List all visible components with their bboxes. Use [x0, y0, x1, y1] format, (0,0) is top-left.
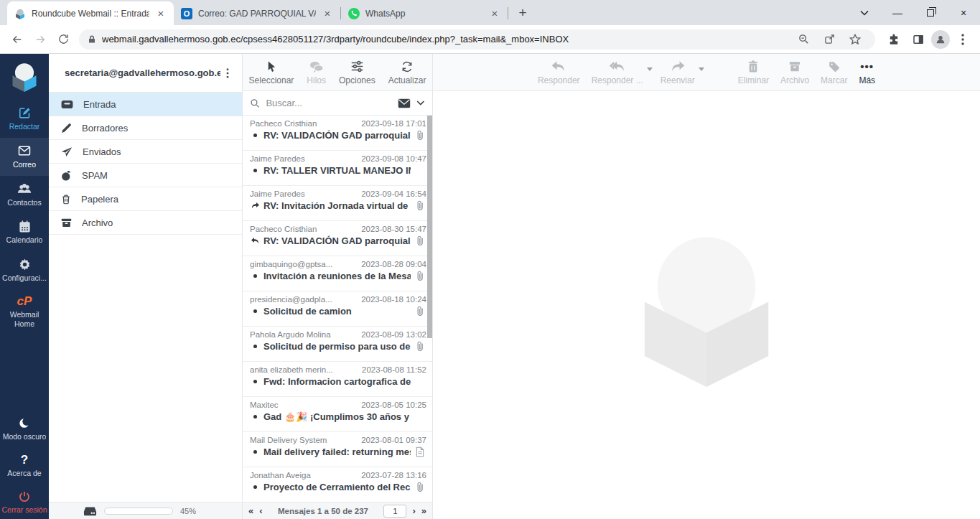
next-page-button[interactable]: ›	[412, 506, 415, 515]
replied-icon	[251, 237, 260, 245]
refresh-button[interactable]: Actualizar	[383, 58, 431, 87]
more-dots-icon: •••	[860, 60, 874, 74]
url-text[interactable]: webmail.gadvallehermoso.gob.ec/cpsess462…	[102, 34, 786, 45]
threads-button[interactable]: Hilos	[302, 58, 331, 87]
minimize-button[interactable]: —	[881, 0, 914, 25]
list-scrollbar[interactable]	[427, 116, 432, 338]
forwarded-icon	[251, 202, 260, 210]
sliders-icon	[350, 60, 364, 74]
mark-button[interactable]: Marcar	[816, 58, 852, 87]
zoom-icon[interactable]	[792, 29, 815, 50]
url-bar[interactable]: webmail.gadvallehermoso.gob.ec/cpsess462…	[79, 29, 875, 50]
tab-roundcube[interactable]: Roundcube Webmail :: Entrada ×	[7, 1, 174, 25]
sidebar-item-dark-mode[interactable]: Modo oscuro	[0, 411, 49, 448]
tab-close-icon[interactable]: ×	[489, 7, 500, 19]
folder-archive[interactable]: Archivo	[49, 211, 242, 235]
folder-drafts[interactable]: Borradores	[49, 116, 242, 140]
sidebar-item-about[interactable]: ? Acerca de	[0, 448, 49, 485]
message-date: 2023-08-18 10:24	[361, 295, 426, 304]
sidebar-item-webmail-home[interactable]: cP Webmail Home	[0, 289, 49, 335]
message-row[interactable]: Jaime Paredes 2023-09-04 16:54 RV: Invit…	[243, 186, 432, 221]
profile-avatar[interactable]	[931, 30, 950, 49]
sidebar-item-compose[interactable]: Redactar	[0, 100, 49, 138]
reply-all-button[interactable]: Responder ...	[587, 58, 648, 87]
question-icon: ?	[21, 454, 28, 467]
reply-all-caret-icon[interactable]	[647, 67, 653, 71]
app-sidebar: Redactar Correo Contactos Calendario Con…	[0, 54, 49, 519]
sidebar-item-calendar[interactable]: Calendario	[0, 214, 49, 251]
side-panel-icon[interactable]	[907, 28, 930, 51]
message-row[interactable]: anita elizabeth merin... 2023-08-08 11:5…	[243, 362, 432, 397]
sidebar-item-logout[interactable]: Cerrar sesión	[0, 485, 49, 519]
folder-spam[interactable]: SPAM	[49, 164, 242, 187]
message-row[interactable]: gimbaquingo@gptsa... 2023-08-28 09:04 In…	[243, 256, 432, 291]
reload-icon[interactable]	[52, 28, 75, 51]
attachment-icon	[414, 200, 426, 211]
new-tab-button[interactable]: +	[513, 3, 533, 23]
forward-button[interactable]: Reenviar	[655, 58, 700, 87]
folder-sent[interactable]: Enviados	[49, 140, 242, 164]
bookmark-star-icon[interactable]	[844, 29, 867, 50]
attachment-icon	[414, 482, 426, 492]
message-subject: Proyecto de Cerramiento del Recint...	[263, 482, 411, 492]
message-date: 2023-07-28 13:16	[361, 471, 426, 480]
search-options-chevron-icon[interactable]	[416, 100, 425, 106]
reply-button[interactable]: Responder	[533, 58, 585, 87]
last-page-button[interactable]: »	[421, 506, 426, 515]
delete-button[interactable]: Eliminar	[733, 58, 774, 87]
folder-trash[interactable]: Papelera	[49, 187, 242, 211]
tab-title: Roundcube Webmail :: Entrada	[32, 9, 149, 19]
message-date: 2023-08-28 09:04	[361, 260, 426, 268]
message-list-column: Seleccionar Hilos Opciones Actualizar	[243, 54, 433, 519]
folder-inbox[interactable]: Entrada	[49, 93, 242, 116]
message-subject: Mail delivery failed: returning mess...	[263, 446, 411, 457]
message-row[interactable]: Pahola Argudo Molina 2023-08-09 13:02 So…	[243, 327, 432, 362]
search-icon	[250, 98, 260, 109]
power-icon	[18, 490, 31, 503]
first-page-button[interactable]: «	[248, 506, 253, 515]
tab-search-chevron-icon[interactable]	[848, 0, 881, 25]
message-status-icon	[250, 415, 261, 419]
quota-progress	[104, 508, 173, 515]
page-number-input[interactable]	[383, 505, 406, 518]
message-status-icon	[250, 309, 261, 313]
message-row[interactable]: Maxitec 2023-08-05 10:25 Gad 🎂🎉 ¡Cumplim…	[243, 397, 432, 432]
browser-menu-kebab-icon[interactable]	[951, 28, 974, 51]
share-icon[interactable]	[818, 29, 841, 50]
tab-close-icon[interactable]: ×	[322, 7, 333, 19]
back-icon[interactable]	[6, 28, 29, 51]
message-status-icon	[250, 169, 261, 172]
tab-whatsapp[interactable]: WhatsApp ×	[341, 1, 508, 25]
close-window-button[interactable]: ×	[947, 0, 980, 25]
sidebar-item-settings[interactable]: Configuraci...	[0, 252, 49, 289]
roundcube-watermark-logo	[624, 222, 789, 519]
sidebar-item-contacts[interactable]: Contactos	[0, 176, 49, 214]
message-row[interactable]: Jonathan Aveiga 2023-07-28 13:16 Proyect…	[243, 467, 432, 502]
message-row[interactable]: Mail Delivery System 2023-08-01 09:37 Ma…	[243, 432, 432, 467]
prev-page-button[interactable]: ‹	[259, 506, 262, 515]
tab-close-icon[interactable]: ×	[155, 7, 167, 19]
message-row[interactable]: Pacheco Cristhian 2023-08-30 15:47 RV: V…	[243, 221, 432, 256]
options-button[interactable]: Opciones	[334, 58, 381, 87]
tab-divider	[508, 7, 508, 19]
search-input[interactable]	[266, 98, 392, 108]
more-button[interactable]: ••• Más	[854, 58, 880, 87]
message-row[interactable]: Jaime Paredes 2023-09-08 10:47 RV: TALLE…	[243, 151, 432, 186]
forward-caret-icon[interactable]	[699, 67, 704, 71]
tab-outlook[interactable]: O Correo: GAD PARROQUIAL VALL ×	[174, 1, 340, 25]
select-button[interactable]: Seleccionar	[244, 58, 299, 87]
message-row[interactable]: presidencia@gadpla... 2023-08-18 10:24 S…	[243, 291, 432, 327]
sidebar-item-mail[interactable]: Correo	[0, 138, 49, 176]
extensions-icon[interactable]	[882, 28, 905, 51]
message-subject: Invitación a reuniones de la Mesa d...	[263, 271, 411, 281]
message-subject: RV: Invitación Jornada virtual de ca...	[263, 200, 411, 211]
message-row[interactable]: Pacheco Cristhian 2023-09-18 17:01 RV: V…	[243, 116, 432, 151]
forward-icon[interactable]	[29, 28, 52, 51]
paperclip-icon	[416, 482, 425, 492]
search-scope-mail-icon[interactable]	[398, 98, 411, 109]
folder-menu-kebab-icon[interactable]: ⋮	[220, 66, 235, 80]
restore-button[interactable]	[914, 0, 947, 25]
tag-icon	[828, 60, 841, 74]
message-sender: Jaime Paredes	[250, 154, 357, 163]
archive-button[interactable]: Archivo	[775, 58, 814, 87]
